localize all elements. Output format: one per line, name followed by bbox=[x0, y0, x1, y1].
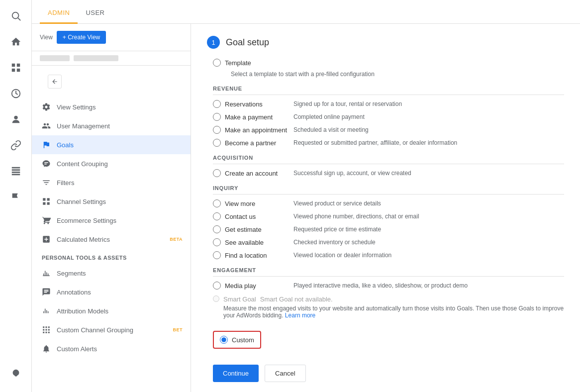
create-account-name: Create an account bbox=[225, 170, 290, 177]
svg-point-0 bbox=[12, 12, 18, 19]
back-button[interactable] bbox=[48, 75, 62, 89]
cancel-button[interactable]: Cancel bbox=[265, 365, 305, 382]
contact-us-radio[interactable] bbox=[213, 212, 221, 220]
template-radio[interactable] bbox=[213, 59, 221, 67]
goal-option-contact-us: Contact us Viewed phone number, directio… bbox=[213, 212, 564, 220]
view-more-radio[interactable] bbox=[213, 199, 221, 207]
create-view-button[interactable]: + Create View bbox=[57, 31, 106, 44]
svg-rect-10 bbox=[11, 172, 20, 173]
dashboard-icon[interactable] bbox=[4, 56, 28, 80]
sidebar-item-content-grouping[interactable]: Content Grouping bbox=[32, 154, 191, 173]
create-account-desc: Successful sign up, account, or view cre… bbox=[293, 170, 411, 177]
svg-rect-11 bbox=[11, 174, 20, 176]
get-estimate-name: Get estimate bbox=[225, 226, 290, 233]
goal-option-become-partner: Become a partner Requested or submitted … bbox=[213, 139, 564, 147]
link-icon[interactable] bbox=[4, 133, 28, 157]
template-section: Template Select a template to start with… bbox=[213, 59, 564, 382]
annotations-label: Annotations bbox=[57, 289, 183, 296]
engagement-category: ENGAGEMENT Media play Played interactive… bbox=[213, 267, 564, 290]
get-estimate-radio[interactable] bbox=[213, 225, 221, 233]
grid-icon bbox=[42, 197, 51, 206]
goal-option-view-more: View more Viewed product or service deta… bbox=[213, 199, 564, 207]
svg-point-7 bbox=[14, 116, 17, 119]
table-icon[interactable] bbox=[4, 159, 28, 183]
sidebar-header: View + Create View bbox=[32, 24, 191, 51]
sidebar-item-annotations[interactable]: Annotations bbox=[32, 283, 191, 301]
goal-option-make-payment: Make a payment Completed online payment bbox=[213, 113, 564, 121]
template-radio-label[interactable]: Template bbox=[225, 59, 251, 67]
custom-option-box[interactable]: Custom bbox=[213, 331, 261, 349]
goal-setup-header: 1 Goal setup bbox=[207, 36, 564, 49]
contact-us-name: Contact us bbox=[225, 213, 290, 220]
reservations-radio[interactable] bbox=[213, 100, 221, 108]
make-appointment-desc: Scheduled a visit or meeting bbox=[293, 126, 369, 133]
see-available-desc: Checked inventory or schedule bbox=[293, 239, 376, 246]
smart-goal-status: Smart Goal not available. bbox=[260, 295, 333, 303]
tab-user[interactable]: USER bbox=[78, 3, 112, 24]
svg-rect-12 bbox=[43, 276, 50, 277]
ecommerce-settings-label: Ecommerce Settings bbox=[57, 217, 183, 224]
person-icon[interactable] bbox=[4, 107, 28, 131]
channel-settings-label: Channel Settings bbox=[57, 198, 183, 205]
make-appointment-radio[interactable] bbox=[213, 126, 221, 134]
view-settings-label: View Settings bbox=[57, 103, 183, 111]
make-appointment-name: Make an appointment bbox=[225, 126, 290, 134]
make-payment-desc: Completed online payment bbox=[293, 113, 365, 120]
svg-rect-4 bbox=[11, 69, 14, 72]
learn-more-link[interactable]: Learn more bbox=[285, 312, 315, 319]
segments-icon bbox=[42, 269, 51, 278]
content-grouping-label: Content Grouping bbox=[57, 160, 183, 168]
beta-badge: BETA bbox=[170, 237, 183, 242]
contact-us-desc: Viewed phone number, directions, chat or… bbox=[293, 213, 419, 220]
sidebar-item-calculated-metrics[interactable]: Calculated Metrics BETA bbox=[32, 230, 191, 249]
acquisition-category: ACQUISITION Create an account Successful… bbox=[213, 155, 564, 177]
see-available-radio[interactable] bbox=[213, 238, 221, 246]
make-payment-radio[interactable] bbox=[213, 113, 221, 121]
custom-radio[interactable] bbox=[220, 336, 228, 344]
sidebar-item-user-management[interactable]: User Management bbox=[32, 116, 191, 135]
clock-icon[interactable] bbox=[4, 82, 28, 105]
svg-rect-5 bbox=[16, 69, 19, 72]
reservations-name: Reservations bbox=[225, 100, 290, 108]
personal-tools-section-label: PERSONAL TOOLS & ASSETS bbox=[32, 249, 191, 264]
find-location-desc: Viewed location or dealer information bbox=[293, 252, 391, 259]
make-payment-name: Make a payment bbox=[225, 113, 290, 121]
sidebar-item-custom-channel-grouping[interactable]: Custom Channel Grouping BET bbox=[32, 320, 191, 339]
blur-block-1 bbox=[40, 55, 70, 61]
grid2-icon bbox=[42, 325, 51, 334]
svg-rect-2 bbox=[11, 64, 14, 67]
find-location-radio[interactable] bbox=[213, 251, 221, 259]
continue-button[interactable]: Continue bbox=[213, 365, 259, 382]
template-radio-row: Template bbox=[213, 59, 564, 67]
art-icon bbox=[42, 159, 51, 168]
tab-admin[interactable]: ADMIN bbox=[40, 3, 78, 24]
sidebar-item-segments[interactable]: Segments bbox=[32, 264, 191, 283]
sidebar-item-filters[interactable]: Filters bbox=[32, 173, 191, 192]
custom-channel-grouping-label: Custom Channel Grouping bbox=[57, 326, 166, 334]
search-icon[interactable] bbox=[4, 4, 28, 28]
media-play-radio[interactable] bbox=[213, 282, 221, 290]
become-partner-radio[interactable] bbox=[213, 139, 221, 147]
sidebar-item-goals[interactable]: Goals bbox=[32, 135, 191, 154]
sidebar-item-view-settings[interactable]: View Settings bbox=[32, 98, 191, 116]
sidebar-item-custom-alerts[interactable]: Custom Alerts bbox=[32, 339, 191, 358]
attribution-models-label: Attribution Models bbox=[57, 307, 183, 315]
create-account-radio[interactable] bbox=[213, 169, 221, 177]
template-description: Select a template to start with a pre-fi… bbox=[231, 71, 564, 78]
user-management-label: User Management bbox=[57, 122, 183, 130]
revenue-label: REVENUE bbox=[213, 86, 564, 95]
smart-goal-radio bbox=[213, 295, 219, 302]
flag-nav-icon[interactable] bbox=[4, 185, 28, 209]
inquiry-category: INQUIRY View more Viewed product or serv… bbox=[213, 185, 564, 259]
smart-goal-row: Smart Goal Smart Goal not available. Mea… bbox=[213, 295, 564, 323]
custom-option-label[interactable]: Custom bbox=[232, 336, 254, 344]
sidebar-item-ecommerce-settings[interactable]: Ecommerce Settings bbox=[32, 211, 191, 230]
goal-option-see-available: See available Checked inventory or sched… bbox=[213, 238, 564, 246]
home-icon[interactable] bbox=[4, 30, 28, 54]
view-more-name: View more bbox=[225, 200, 290, 207]
bulb-icon[interactable] bbox=[4, 362, 28, 386]
sidebar-item-channel-settings[interactable]: Channel Settings bbox=[32, 192, 191, 211]
action-buttons: Continue Cancel bbox=[213, 365, 564, 382]
sidebar-item-attribution-models[interactable]: Attribution Models bbox=[32, 301, 191, 320]
calc-icon bbox=[42, 235, 51, 244]
